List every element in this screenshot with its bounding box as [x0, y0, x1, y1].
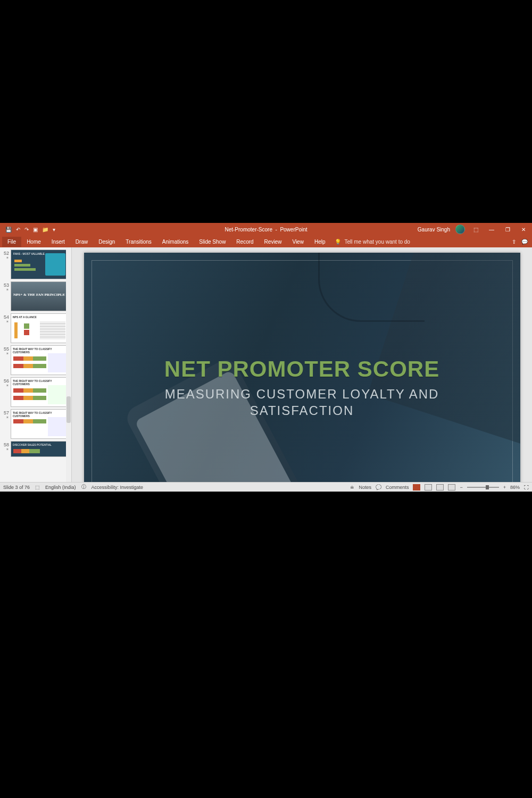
transition-star-icon: ✶ [1, 415, 11, 420]
notes-button[interactable]: Notes [359, 485, 371, 490]
zoom-slider[interactable] [467, 487, 499, 488]
reading-view-button[interactable] [436, 484, 444, 491]
tab-home[interactable]: Home [21, 237, 46, 247]
start-from-beginning-icon[interactable]: ▣ [33, 227, 38, 232]
quick-access-toolbar: 💾 ↶ ↷ ▣ 📁 ▾ [0, 227, 55, 232]
close-button[interactable]: ✕ [518, 227, 529, 232]
thumb-number: 55 [1, 345, 11, 352]
slide-thumbnail[interactable]: DISCOVER SALES POTENTIAL [11, 441, 68, 457]
redo-icon[interactable]: ↷ [24, 227, 29, 232]
thumbnail-row[interactable]: 53 ✶ NPS+ & THE FAN PRINCIPLE [1, 281, 70, 311]
thumb-bar [14, 268, 36, 271]
scrollbar-thumb[interactable] [66, 396, 71, 423]
thumb-number: 57 [1, 409, 11, 415]
open-icon[interactable]: 📁 [42, 227, 48, 232]
thumb-graphic [48, 385, 66, 404]
powerpoint-window: 💾 ↶ ↷ ▣ 📁 ▾ Net-Promoter-Score - PowerPo… [0, 223, 532, 492]
normal-view-button[interactable] [413, 484, 420, 491]
thumb-bar [13, 449, 40, 453]
share-icon[interactable]: ⇪ [512, 239, 516, 245]
ribbon-tabs: File Home Insert Draw Design Transitions… [0, 236, 532, 247]
accessibility-label[interactable]: Accessibility: Investigate [92, 485, 144, 490]
tell-me-search[interactable]: 💡 Tell me what you want to do [335, 239, 410, 245]
thumbnail-row[interactable]: 55 ✶ THE RIGHT WAY TO CLASSIFY CUSTOMERS [1, 345, 70, 375]
comments-button[interactable]: Comments [386, 485, 409, 490]
cable-graphic [318, 253, 425, 322]
tab-help[interactable]: Help [309, 237, 331, 247]
accessibility-icon[interactable]: ⓘ [81, 484, 86, 491]
app-name: PowerPoint [280, 227, 307, 232]
slide-thumbnail[interactable]: FANS - MOST VALUABLE [11, 250, 68, 279]
current-slide[interactable]: NET PROMOTER SCORE MEASURING CUSTOMER LO… [84, 253, 520, 482]
editor-stage: 52 ✶ FANS - MOST VALUABLE 53 ✶ NPS+ & [0, 247, 532, 482]
lightbulb-icon: 💡 [335, 239, 341, 245]
thumb-title: DISCOVER SALES POTENTIAL [13, 443, 52, 446]
ribbon-display-options-icon[interactable]: ⬚ [470, 227, 481, 232]
title-bar-right: Gaurav Singh ⬚ — ❐ ✕ [418, 225, 529, 234]
thumb-bar [13, 396, 46, 400]
slide-sorter-view-button[interactable] [425, 484, 432, 491]
thumb-graphic [48, 353, 66, 372]
thumb-number: 52 [1, 250, 11, 256]
thumb-bar [14, 260, 22, 262]
tab-review[interactable]: Review [259, 237, 287, 247]
tab-design[interactable]: Design [93, 237, 120, 247]
thumb-number: 54 [1, 313, 11, 320]
status-bar: Slide 3 of 76 ⬚ English (India) ⓘ Access… [0, 482, 532, 492]
avatar[interactable] [455, 225, 465, 234]
fit-to-window-button[interactable]: ⛶ [524, 485, 529, 490]
thumbnail-row[interactable]: 58 ✶ DISCOVER SALES POTENTIAL [1, 441, 70, 457]
tab-draw[interactable]: Draw [70, 237, 93, 247]
zoom-in-button[interactable]: + [503, 485, 506, 490]
slide-counter[interactable]: Slide 3 of 76 [3, 485, 30, 490]
minimize-button[interactable]: — [486, 227, 497, 232]
thumb-graphic [48, 417, 66, 436]
thumb-bar [13, 388, 46, 393]
transition-star-icon: ✶ [1, 352, 11, 356]
comments-pane-icon[interactable]: 💬 [521, 239, 528, 245]
tell-me-label: Tell me what you want to do [344, 239, 410, 245]
slide-thumbnail-panel[interactable]: 52 ✶ FANS - MOST VALUABLE 53 ✶ NPS+ & [0, 247, 72, 482]
spellcheck-icon[interactable]: ⬚ [35, 485, 40, 490]
slideshow-view-button[interactable] [448, 484, 455, 491]
status-left: Slide 3 of 76 ⬚ English (India) ⓘ Access… [3, 484, 143, 491]
restore-button[interactable]: ❐ [502, 227, 513, 232]
thumbnail-row[interactable]: 52 ✶ FANS - MOST VALUABLE [1, 250, 70, 279]
comments-icon: 💬 [376, 485, 381, 490]
tab-insert[interactable]: Insert [46, 237, 70, 247]
tab-animations[interactable]: Animations [157, 237, 194, 247]
thumb-number: 58 [1, 441, 11, 447]
undo-icon[interactable]: ↶ [16, 227, 20, 232]
language-label[interactable]: English (India) [45, 485, 76, 490]
tab-file[interactable]: File [2, 237, 21, 247]
ribbon-right: ⇪ 💬 [512, 239, 528, 245]
thumbnail-row[interactable]: 57 ✶ THE RIGHT WAY TO CLASSIFY CUSTOMERS [1, 409, 70, 439]
slide-thumbnail[interactable]: NPS+ & THE FAN PRINCIPLE [11, 281, 68, 311]
qat-more-icon[interactable]: ▾ [53, 227, 55, 232]
slide-thumbnail[interactable]: THE RIGHT WAY TO CLASSIFY CUSTOMERS [11, 345, 68, 375]
transition-star-icon: ✶ [1, 384, 11, 388]
thumb-graphic [40, 321, 65, 339]
slide-canvas-area[interactable]: NET PROMOTER SCORE MEASURING CUSTOMER LO… [72, 247, 532, 482]
slide-subtitle-text[interactable]: MEASURING CUSTOMER LOYALTY AND SATISFACT… [84, 386, 520, 419]
thumbnail-scrollbar[interactable] [66, 247, 71, 482]
document-title: Net-Promoter-Score - PowerPoint [225, 227, 307, 232]
tab-view[interactable]: View [287, 237, 309, 247]
tab-slideshow[interactable]: Slide Show [194, 237, 231, 247]
user-name[interactable]: Gaurav Singh [418, 227, 450, 232]
slide-thumbnail[interactable]: THE RIGHT WAY TO CLASSIFY CUSTOMERS [11, 377, 68, 407]
slide-title-text[interactable]: NET PROMOTER SCORE [84, 356, 520, 382]
tab-record[interactable]: Record [231, 237, 259, 247]
tab-transitions[interactable]: Transitions [120, 237, 157, 247]
thumb-number: 56 [1, 377, 11, 384]
zoom-percent[interactable]: 86% [510, 485, 520, 490]
thumbnail-row[interactable]: 54 ✶ NPS AT A GLANCE [1, 313, 70, 343]
transition-star-icon: ✶ [1, 288, 11, 292]
status-right: ≐ Notes 💬 Comments − + 86% ⛶ [350, 484, 529, 491]
thumbnail-row[interactable]: 56 ✶ THE RIGHT WAY TO CLASSIFY CUSTOMERS [1, 377, 70, 407]
save-icon[interactable]: 💾 [5, 227, 12, 232]
zoom-out-button[interactable]: − [460, 485, 462, 490]
slide-thumbnail[interactable]: NPS AT A GLANCE [11, 313, 68, 343]
slide-thumbnail[interactable]: THE RIGHT WAY TO CLASSIFY CUSTOMERS [11, 409, 68, 439]
doc-name: Net-Promoter-Score [225, 227, 272, 232]
